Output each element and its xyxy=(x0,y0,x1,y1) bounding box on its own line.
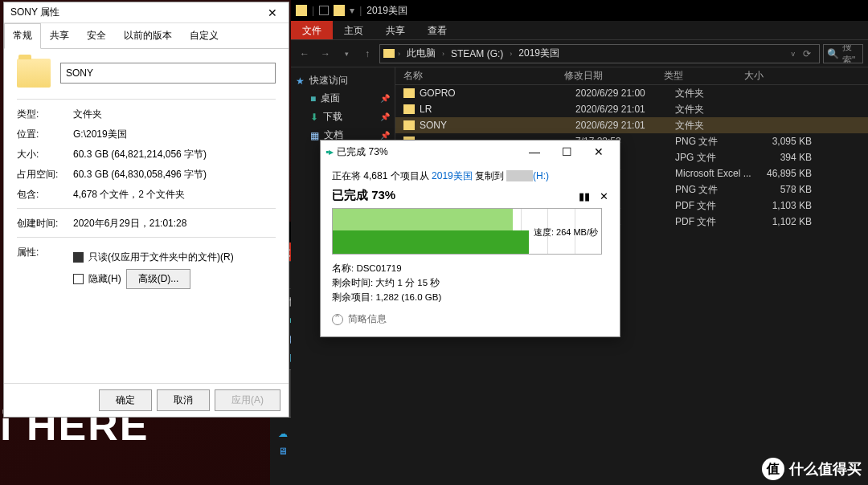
up-button[interactable]: ↑ xyxy=(358,45,376,63)
tab-security[interactable]: 安全 xyxy=(78,23,115,48)
col-type[interactable]: 类型 xyxy=(664,69,744,83)
back-button[interactable]: ← xyxy=(296,45,313,63)
file-size: 394 KB xyxy=(755,152,820,163)
hidden-checkbox[interactable] xyxy=(73,274,84,284)
file-type: Microsoft Excel ... xyxy=(675,168,755,179)
tab-customize[interactable]: 自定义 xyxy=(181,23,227,48)
file-name: GOPRO xyxy=(420,88,575,99)
tab-previous[interactable]: 以前的版本 xyxy=(115,23,181,48)
ribbon-share-tab[interactable]: 共享 xyxy=(375,21,416,39)
dialog-title: SONY 属性 xyxy=(10,6,59,19)
tab-general[interactable]: 常规 xyxy=(4,23,41,49)
col-size[interactable]: 大小 xyxy=(744,69,809,83)
sidebar-item-downloads[interactable]: ⬇下载📌 xyxy=(291,108,395,126)
copy-title: 已完成 73% xyxy=(334,145,518,159)
pin-icon: 📌 xyxy=(380,131,390,140)
value-contains: 4,678 个文件，2 个文件夹 xyxy=(73,188,276,202)
label-type: 类型: xyxy=(17,108,73,121)
explorer-titlebar[interactable]: | ▾ | 2019美国 xyxy=(291,0,868,21)
copy-time-remaining: 大约 1 分 15 秒 xyxy=(375,278,440,287)
pause-button[interactable]: ▮▮ xyxy=(579,190,590,202)
file-date: 2020/6/29 21:00 xyxy=(575,88,675,99)
ribbon-view-tab[interactable]: 查看 xyxy=(416,21,458,39)
download-icon: ⬇ xyxy=(310,112,318,123)
watermark-text: 什么值得买 xyxy=(789,459,862,479)
document-icon: ▦ xyxy=(310,130,319,141)
ribbon-tabs: 文件 主页 共享 查看 xyxy=(291,21,868,40)
breadcrumb-seg[interactable]: 2019美国 xyxy=(515,45,563,62)
maximize-button[interactable]: ☐ xyxy=(551,145,583,158)
col-date[interactable]: 修改日期 xyxy=(564,69,664,83)
properties-titlebar[interactable]: SONY 属性 ✕ xyxy=(4,2,289,23)
watermark: 值 什么值得买 xyxy=(762,458,862,480)
chevron-down-icon[interactable]: v xyxy=(792,50,796,58)
folder-name-input[interactable] xyxy=(60,63,276,84)
label-contains: 包含: xyxy=(17,188,73,202)
file-type: 文件夹 xyxy=(675,103,755,116)
desktop-icon: ■ xyxy=(310,93,316,104)
history-dropdown[interactable]: ▾ xyxy=(338,45,355,63)
nav-bar: ← → ▾ ↑ › 此电脑 › STEAM (G:) › 2019美国 v ⟳ … xyxy=(291,40,868,67)
cancel-button[interactable]: 取消 xyxy=(157,389,210,411)
close-button[interactable]: ✕ xyxy=(583,145,615,158)
label-size: 大小: xyxy=(17,148,73,161)
file-type: PNG 文件 xyxy=(675,135,755,149)
sidebar-item-desktop[interactable]: ■桌面📌 xyxy=(291,89,395,108)
file-size: 46,895 KB xyxy=(755,168,820,179)
table-row[interactable]: GOPRO2020/6/29 21:00文件夹 xyxy=(395,85,868,101)
copy-percent: 已完成 73% xyxy=(332,188,395,203)
col-name[interactable]: 名称 xyxy=(395,69,564,83)
copy-dest-link[interactable]: (H:) xyxy=(533,170,549,181)
label-created: 创建时间: xyxy=(17,217,73,230)
table-row[interactable]: SONY2020/6/29 21:01文件夹 xyxy=(395,117,868,133)
readonly-label: 只读(仅应用于文件夹中的文件)(R) xyxy=(88,251,234,264)
properties-dialog: SONY 属性 ✕ 常规 共享 安全 以前的版本 自定义 类型:文件夹 位置:G… xyxy=(3,2,289,418)
advanced-button[interactable]: 高级(D)... xyxy=(126,269,191,289)
search-placeholder: 搜索" xyxy=(842,44,859,63)
table-row[interactable]: LR2020/6/29 21:01文件夹 xyxy=(395,101,868,117)
checkbox-icon[interactable] xyxy=(319,6,329,15)
file-type: JPG 文件 xyxy=(675,151,755,165)
pin-icon: 📌 xyxy=(380,112,390,121)
window-title: 2019美国 xyxy=(366,4,407,18)
brief-info-toggle[interactable]: 简略信息 xyxy=(332,312,608,326)
cancel-copy-button[interactable]: ✕ xyxy=(600,190,608,202)
minimize-button[interactable]: — xyxy=(518,145,551,158)
folder-icon xyxy=(296,5,307,16)
copy-status-line: 正在将 4,681 个项目从 2019美国 复制到 (H:) xyxy=(332,169,608,183)
breadcrumb-seg[interactable]: STEAM (G:) xyxy=(448,47,506,61)
properties-tabs: 常规 共享 安全 以前的版本 自定义 xyxy=(4,23,289,49)
value-size: 60.3 GB (64,821,214,056 字节) xyxy=(73,148,276,161)
ok-button[interactable]: 确定 xyxy=(99,389,152,411)
copy-current-file: DSC01719 xyxy=(356,263,401,273)
tab-sharing[interactable]: 共享 xyxy=(41,23,78,48)
breadcrumb-seg[interactable]: 此电脑 xyxy=(403,45,439,62)
close-button[interactable]: ✕ xyxy=(256,2,289,23)
onedrive-icon: ☁ xyxy=(278,428,288,439)
readonly-checkbox[interactable] xyxy=(73,252,84,263)
refresh-icon[interactable]: ⟳ xyxy=(798,48,816,59)
pin-icon: 📌 xyxy=(380,94,390,103)
forward-button[interactable]: → xyxy=(317,45,334,63)
search-box[interactable]: 🔍 搜索" xyxy=(823,44,863,63)
copy-progress-dialog: ▪▸ 已完成 73% — ☐ ✕ 正在将 4,681 个项目从 2019美国 复… xyxy=(320,140,620,337)
file-name: LR xyxy=(420,104,575,115)
sidebar-quick-access[interactable]: ★快速访问 xyxy=(291,72,395,89)
copy-titlebar[interactable]: ▪▸ 已完成 73% — ☐ ✕ xyxy=(321,141,620,163)
copy-items-remaining: 1,282 (16.0 GB) xyxy=(375,292,441,302)
column-headers: 名称 修改日期 类型 大小 xyxy=(395,67,868,85)
file-size: 1,102 KB xyxy=(755,216,820,227)
address-bar[interactable]: › 此电脑 › STEAM (G:) › 2019美国 v ⟳ xyxy=(379,44,820,63)
file-size: 3,095 KB xyxy=(755,136,820,147)
chevron-right-icon: › xyxy=(510,50,512,58)
copy-details: 名称: DSC01719 剩余时间: 大约 1 分 15 秒 剩余项目: 1,2… xyxy=(332,261,608,304)
apply-button[interactable]: 应用(A) xyxy=(215,389,280,411)
ribbon-file-tab[interactable]: 文件 xyxy=(291,21,333,39)
file-size: 1,103 KB xyxy=(755,200,820,211)
value-type: 文件夹 xyxy=(73,108,276,121)
ribbon-home-tab[interactable]: 主页 xyxy=(333,21,375,39)
hidden-label: 隐藏(H) xyxy=(88,272,121,286)
copy-icon: ▪▸ xyxy=(326,146,334,157)
copy-source-link[interactable]: 2019美国 xyxy=(432,170,473,181)
file-date: 2020/6/29 21:01 xyxy=(575,120,675,131)
